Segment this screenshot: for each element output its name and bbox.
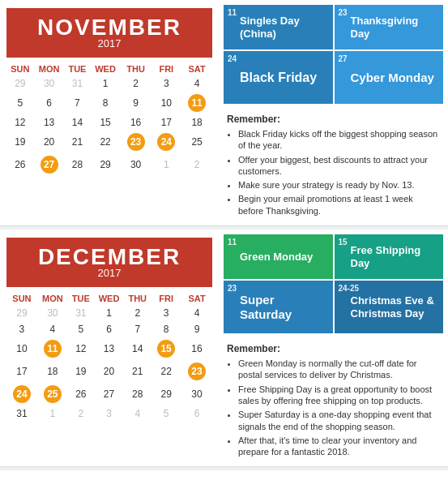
list-item: After that, it's time to clear your inve… <box>238 435 440 458</box>
col-tue: TUE <box>68 292 94 305</box>
november-row: NOVEMBER 2017 SUN MON TUE WED THU FRI SA… <box>0 0 448 226</box>
col-sun: SUN <box>6 62 34 75</box>
list-item: Free Shipping Day is a great opportunity… <box>238 384 440 407</box>
col-sat: SAT <box>181 292 212 305</box>
nov-day-cell: 19 <box>6 131 34 153</box>
col-mon: MON <box>34 62 65 75</box>
table-row: 10 11 12 13 14 15 16 <box>6 337 212 360</box>
nov-day-cell: 30 <box>121 153 151 176</box>
dec-day-cell: 19 <box>68 360 94 383</box>
dec-day-cell: 26 <box>68 383 94 405</box>
list-item: Make sure your strategy is ready by Nov.… <box>238 179 440 191</box>
event-cyber-monday: 27 Cyber Monday <box>335 51 444 104</box>
nov-day-cell: 25 <box>181 131 212 153</box>
col-tue: TUE <box>64 62 90 75</box>
event-day-num: 11 <box>228 8 237 18</box>
nov-day-cell: 4 <box>181 75 212 92</box>
dec-day-cell: 3 <box>94 405 124 422</box>
nov-day-cell: 22 <box>90 131 120 153</box>
nov-day-cell: 26 <box>6 153 34 176</box>
dec-day-cell: 18 <box>37 360 68 383</box>
table-row: 29 30 31 1 2 3 4 <box>6 305 212 321</box>
november-events-grid: 11 Singles Day (China) 23 Thanksgiving D… <box>219 0 448 107</box>
december-header: DECEMBER 2017 <box>6 238 212 287</box>
dec-day-cell: 22 <box>151 360 181 383</box>
highlighted-day: 27 <box>41 156 58 174</box>
dec-day-cell: 30 <box>181 383 212 405</box>
dec-day-cell: 6 <box>181 405 212 422</box>
table-row: 12 13 14 15 16 17 18 <box>6 114 212 131</box>
dec-day-cell: 21 <box>124 360 151 383</box>
dec-day-cell: 23 <box>181 360 212 383</box>
nov-day-cell: 3 <box>151 75 181 92</box>
december-cal-table: SUN MON TUE WED THU FRI SAT 29 30 31 1 <box>6 292 212 422</box>
highlighted-day: 23 <box>127 133 145 151</box>
dec-day-cell: 13 <box>94 337 124 360</box>
nov-day-cell: 18 <box>181 114 212 131</box>
list-item: Black Friday kicks off the biggest shopp… <box>238 128 440 152</box>
nov-day-cell: 30 <box>34 75 65 92</box>
col-sun: SUN <box>6 292 37 305</box>
dec-day-cell: 6 <box>94 321 124 337</box>
nov-day-cell: 9 <box>121 92 151 114</box>
nov-day-cell: 15 <box>90 114 120 131</box>
dec-day-cell: 30 <box>37 305 68 321</box>
november-cal-table: SUN MON TUE WED THU FRI SAT 29 30 31 1 <box>6 62 212 176</box>
dec-day-cell: 25 <box>37 383 68 405</box>
nov-day-cell: 24 <box>151 131 181 153</box>
event-day-num: 15 <box>339 238 348 247</box>
nov-day-cell: 5 <box>6 92 34 114</box>
nov-day-cell: 23 <box>121 131 151 153</box>
nov-day-cell: 29 <box>6 75 34 92</box>
dec-day-cell: 7 <box>124 321 151 337</box>
nov-day-cell: 8 <box>90 92 120 114</box>
table-row: 5 6 7 8 9 10 11 <box>6 92 212 114</box>
november-notes: Remember: Black Friday kicks off the big… <box>219 107 448 225</box>
event-day-num: 24-25 <box>339 284 360 294</box>
table-row: 26 27 28 29 30 1 2 <box>6 153 212 176</box>
remember-title: Remember: <box>227 114 440 125</box>
december-section: DECEMBER 2017 SUN MON TUE WED THU FRI SA… <box>0 230 448 470</box>
col-thu: THU <box>121 62 151 75</box>
event-day-num: 24 <box>228 54 237 64</box>
event-christmas: 24-25 Christmas Eve & Christmas Day <box>335 281 444 333</box>
col-thu: THU <box>124 292 151 305</box>
dec-day-cell: 16 <box>181 337 212 360</box>
december-bullets-list: Green Monday is normally the cut-off dat… <box>227 358 440 457</box>
table-row: 19 20 21 22 23 24 25 <box>6 131 212 153</box>
dec-day-cell: 27 <box>94 383 124 405</box>
nov-day-cell: 11 <box>181 92 212 114</box>
dec-day-cell: 31 <box>68 305 94 321</box>
dec-day-cell: 4 <box>181 305 212 321</box>
event-black-friday: 24 Black Friday <box>224 51 333 104</box>
dec-day-cell: 29 <box>151 383 181 405</box>
nov-day-cell: 6 <box>34 92 65 114</box>
nov-day-cell: 27 <box>34 153 65 176</box>
december-right: 11 Green Monday 15 Free Shipping Day 23 … <box>219 230 448 466</box>
nov-day-cell: 1 <box>90 75 120 92</box>
november-right: 11 Singles Day (China) 23 Thanksgiving D… <box>219 0 448 225</box>
dec-day-cell: 14 <box>124 337 151 360</box>
nov-day-cell: 13 <box>34 114 65 131</box>
nov-day-cell: 28 <box>64 153 90 176</box>
december-row: DECEMBER 2017 SUN MON TUE WED THU FRI SA… <box>0 230 448 467</box>
event-day-num: 11 <box>228 238 237 247</box>
dec-day-cell: 3 <box>6 321 37 337</box>
dec-day-cell: 5 <box>151 405 181 422</box>
dec-day-cell: 2 <box>124 305 151 321</box>
dec-day-cell: 12 <box>68 337 94 360</box>
dec-day-cell: 4 <box>37 321 68 337</box>
dec-day-cell: 4 <box>124 405 151 422</box>
november-days-header-row: SUN MON TUE WED THU FRI SAT <box>6 62 212 75</box>
dec-day-cell: 28 <box>124 383 151 405</box>
event-day-num: 23 <box>339 8 348 18</box>
list-item: Begin your email promotions at least 1 w… <box>238 193 440 217</box>
nov-day-cell: 29 <box>90 153 120 176</box>
dec-day-cell: 3 <box>151 305 181 321</box>
dec-day-cell: 8 <box>151 321 181 337</box>
table-row: 24 25 26 27 28 29 30 <box>6 383 212 405</box>
col-fri: FRI <box>151 62 181 75</box>
nov-day-cell: 7 <box>64 92 90 114</box>
nov-day-cell: 16 <box>121 114 151 131</box>
dec-day-cell: 20 <box>94 360 124 383</box>
